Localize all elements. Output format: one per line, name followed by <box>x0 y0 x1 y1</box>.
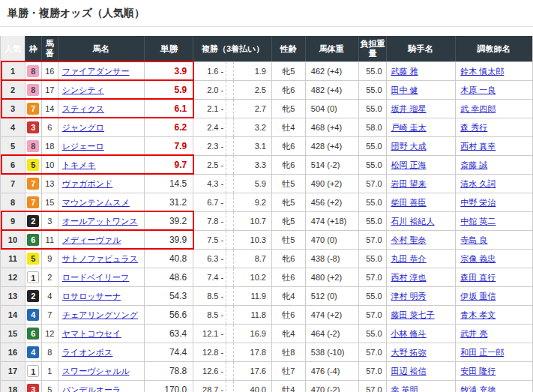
trainer-link[interactable]: 武 幸四郎 <box>460 103 496 115</box>
jockey-link[interactable]: 戸崎 圭太 <box>391 122 427 133</box>
trainer-cell: 清水 久詞 <box>456 175 532 193</box>
frame-badge: 5 <box>27 253 39 265</box>
horse-name-link[interactable]: スティクス <box>62 103 104 115</box>
place-dash: - <box>220 104 223 113</box>
trainer-cell: 斎藤 誠 <box>456 156 532 174</box>
horse-name-link[interactable]: トキメキ <box>62 160 96 171</box>
jockey-link[interactable]: 岩田 望来 <box>391 178 427 190</box>
place-low: 12.1 <box>193 329 218 338</box>
horse-name-link[interactable]: レジェーロ <box>62 141 104 152</box>
jockey-link[interactable]: 丸田 恭介 <box>391 253 427 265</box>
place-divider <box>226 362 234 380</box>
jockey-link[interactable]: 松岡 正海 <box>391 160 427 171</box>
place-dash: - <box>220 198 223 207</box>
table-row: 2 8 17 シンシティ 5.9 2.0 - 2.5 牝6 482 (+4) 5… <box>1 80 532 99</box>
horse-name-cell: ジャングロ <box>58 118 145 136</box>
horse-name-link[interactable]: オールアットワンス <box>62 216 138 227</box>
rank-cell: 17 <box>1 362 25 380</box>
frame-badge: 4 <box>27 346 39 358</box>
jockey-link[interactable]: 今村 聖奈 <box>391 235 427 246</box>
jockey-link[interactable]: 大野 拓弥 <box>391 347 427 358</box>
place-odds: 12.1 - 16.9 <box>193 325 272 343</box>
trainer-cell: 武井 亮 <box>456 325 532 343</box>
jockey-link[interactable]: 柴田 善臣 <box>391 197 427 208</box>
jockey-link[interactable]: 武藤 雅 <box>391 66 418 77</box>
horse-weight: 464 (-2) <box>306 325 359 343</box>
jockey-link[interactable]: 藤田 菜七子 <box>391 310 435 321</box>
place-low: 4.3 <box>193 179 218 188</box>
frame-cell: 8 <box>25 62 42 80</box>
jockey-link[interactable]: 津村 明秀 <box>391 291 427 302</box>
horse-name-link[interactable]: チェアリングソング <box>62 310 138 321</box>
horse-name-link[interactable]: ロサロッサーナ <box>62 291 121 302</box>
trainer-link[interactable]: 斎藤 誠 <box>460 160 487 171</box>
odds-table: 人気 枠 馬番 馬名 単勝 複勝（3着払い） 性齢 馬体重 負担重量 騎手名 調… <box>0 36 533 392</box>
trainer-link[interactable]: 清水 久詞 <box>460 178 496 190</box>
horse-name-cell: サトノファビュラス <box>58 250 145 268</box>
horse-name-link[interactable]: ライオンボス <box>62 347 113 358</box>
place-low: 2.0 <box>193 85 218 94</box>
horse-number: 11 <box>42 231 58 249</box>
trainer-link[interactable]: 青木 孝文 <box>460 310 496 321</box>
horse-name-link[interactable]: メディーヴァル <box>62 235 121 246</box>
trainer-link[interactable]: 伊坂 重信 <box>460 291 496 302</box>
horse-number: 12 <box>42 325 58 343</box>
trainer-link[interactable]: 森 秀行 <box>460 122 487 133</box>
trainer-link[interactable]: 中野 栄治 <box>460 197 496 208</box>
jockey-link[interactable]: 坂井 瑠星 <box>391 103 427 115</box>
rank-cell: 2 <box>1 81 25 99</box>
jockey-link[interactable]: 団野 大成 <box>391 141 427 152</box>
horse-name-link[interactable]: ジャングロ <box>62 122 104 133</box>
horse-name-link[interactable]: ヴァガボンド <box>62 178 113 190</box>
horse-name-link[interactable]: マウンテンムスメ <box>62 197 130 208</box>
jockey-link[interactable]: 田中 健 <box>391 85 418 96</box>
place-odds: 2.0 - 2.5 <box>193 81 272 99</box>
place-odds: 12.8 - 17.8 <box>193 343 272 361</box>
horse-name-link[interactable]: ロードベイリーフ <box>62 272 130 283</box>
col-header-horse-number: 馬番 <box>42 36 58 61</box>
rank-cell: 16 <box>1 343 25 361</box>
frame-badge: 7 <box>27 103 39 115</box>
trainer-link[interactable]: 森田 直行 <box>460 272 496 283</box>
jockey-link[interactable]: 石川 裕紀人 <box>391 216 435 227</box>
horse-number: 1 <box>42 362 58 380</box>
trainer-link[interactable]: 牧浦 充徳 <box>460 385 496 392</box>
carried-weight: 55.0 <box>359 81 387 99</box>
trainer-link[interactable]: 和田 正一郎 <box>460 347 504 358</box>
rank-cell: 13 <box>1 287 25 305</box>
place-dash: - <box>220 367 223 376</box>
horse-name-link[interactable]: サトノファビュラス <box>62 253 138 265</box>
trainer-link[interactable]: 西村 真幸 <box>460 141 496 152</box>
trainer-cell: 和田 正一郎 <box>456 343 532 361</box>
place-high: 10.3 <box>235 235 266 244</box>
trainer-cell: 木原 一良 <box>456 81 532 99</box>
horse-weight: 474 (+2) <box>306 306 359 324</box>
sex-age: 牡7 <box>272 362 306 380</box>
place-dash: - <box>220 385 223 392</box>
horse-name-cell: ロードベイリーフ <box>58 268 145 286</box>
horse-name-link[interactable]: シンシティ <box>62 85 104 96</box>
trainer-link[interactable]: 安田 隆行 <box>460 366 496 377</box>
jockey-link[interactable]: 幸 英明 <box>391 385 418 392</box>
horse-name-link[interactable]: ヤマトコウセイ <box>62 328 121 340</box>
jockey-cell: 武藤 雅 <box>387 62 457 80</box>
trainer-link[interactable]: 鈴木 慎太郎 <box>460 66 504 77</box>
horse-number: 6 <box>42 118 58 136</box>
jockey-link[interactable]: 西村 淳也 <box>391 272 427 283</box>
trainer-link[interactable]: 中舘 英二 <box>460 216 496 227</box>
trainer-link[interactable]: 宗像 義忠 <box>460 253 496 265</box>
sex-age: 牡8 <box>272 343 306 361</box>
jockey-link[interactable]: 小林 脩斗 <box>391 328 427 340</box>
place-low: 8.5 <box>193 292 218 301</box>
trainer-cell: 森田 直行 <box>456 268 532 286</box>
frame-cell: 3 <box>25 118 42 136</box>
horse-name-link[interactable]: ファイアダンサー <box>62 66 130 77</box>
trainer-link[interactable]: 武井 亮 <box>460 328 487 340</box>
trainer-link[interactable]: 木原 一良 <box>460 85 496 96</box>
jockey-link[interactable]: 田辺 裕信 <box>391 366 427 377</box>
sex-age: 牝5 <box>272 62 306 80</box>
frame-badge: 2 <box>27 215 39 227</box>
horse-name-link[interactable]: スワーヴシャルル <box>62 366 130 377</box>
horse-name-link[interactable]: バンデルオーラ <box>62 385 121 392</box>
trainer-link[interactable]: 寺島 良 <box>460 235 487 246</box>
